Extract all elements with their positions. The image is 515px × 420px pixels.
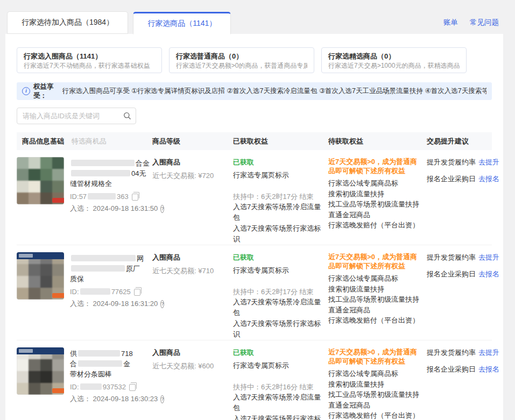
turnover-7d: 近七天交易额: ¥600 <box>152 361 227 371</box>
card-title: 行家选普通商品（0） <box>176 52 307 61</box>
pending-benefit-item: 行家选公域专属商品标 <box>328 368 420 379</box>
expert-select-product-page: 行家选待加入商品（1984） 行家选商品（1141） 账单 常见问题 行家选入围… <box>0 0 515 420</box>
search-input[interactable] <box>17 108 136 124</box>
title-line: 合金 <box>70 158 146 168</box>
pending-headline: 近7天交易额>0，成为普通商品即可解锁下述所有权益 <box>328 252 420 270</box>
suggestion-action-link[interactable]: 去提升 <box>478 158 499 166</box>
pending-benefit-item: 找工业品等场景初级流量扶持 <box>328 389 420 400</box>
notice-text: 行家选入围商品可享受 ①行家选专属详情页标识及店招 ②首次入选7天搜索冷启流量包… <box>62 87 486 96</box>
visible-text: 供 <box>70 350 77 358</box>
search-icon[interactable] <box>123 112 131 122</box>
copy-icon[interactable] <box>134 289 140 296</box>
pending-benefit-item: 找工业品等场景初级流量扶持 <box>328 199 420 210</box>
visible-text: 合 <box>70 360 77 368</box>
suggestion-label: 提升发货履约率 <box>427 348 476 357</box>
redacted-text <box>71 160 135 166</box>
gained-benefit: 行家选专属页标示 <box>233 170 322 181</box>
blurred-photo <box>17 347 64 395</box>
col-header-pending: 待获取权益 <box>328 137 427 146</box>
title-line: 04无 <box>70 168 146 179</box>
table-body: 合金04无缝管材规格全 ID: 57363 入选： 2024-09-18 16:… <box>17 150 492 420</box>
product-title[interactable]: 网原厂质保 <box>70 253 146 284</box>
copy-icon[interactable] <box>129 384 136 391</box>
pending-benefit-item: 行家选公域专属商品标 <box>328 273 420 284</box>
billing-link[interactable]: 账单 <box>443 18 458 27</box>
visible-text: 04无 <box>131 169 146 177</box>
visible-text: 363 <box>117 193 129 201</box>
suggestion-action-link[interactable]: 去提升 <box>478 253 499 261</box>
suggestion-label: 报名企业采购日 <box>427 365 476 373</box>
card-shortlisted[interactable]: 行家选入围商品（1141） 行家选近7天不动销商品，获行家选基础权益 <box>17 47 162 73</box>
visible-text: 网 <box>137 254 144 262</box>
suggestion-line: 提升发货履约率去提升 <box>427 157 499 167</box>
redacted-text <box>80 383 102 390</box>
visible-text: 77625 <box>111 288 131 296</box>
suggestion-action-link[interactable]: 去报名 <box>478 175 499 183</box>
pending-benefit-item: 直通金冠商品 <box>328 210 420 220</box>
visible-text: 原厂 <box>126 265 140 273</box>
redacted-text <box>71 170 130 176</box>
pending-benefit-item: 行家选晚发赔付（平台出资） <box>328 315 420 326</box>
suggestion-line: 提升发货履约率去提升 <box>427 347 499 358</box>
visible-text: 质保 <box>70 275 84 283</box>
suggestion-line: 报名企业采购日去报名 <box>427 269 499 279</box>
suggestion-action-link[interactable]: 去提升 <box>478 348 499 357</box>
selected-time: 入选： 2024-09-18 16:31:20 ? <box>70 299 146 309</box>
visible-text: 金 <box>123 360 130 368</box>
card-premium[interactable]: 行家选精选商品（0） 行家选近7天交易>1000元的商品，获精选商品专属权益 <box>321 47 467 73</box>
title-line: 质保 <box>70 274 146 284</box>
faq-link[interactable]: 常见问题 <box>470 18 499 27</box>
pending-benefit-item: 直通金冠商品 <box>328 305 420 316</box>
suggestion-action-link[interactable]: 去报名 <box>478 270 499 278</box>
tab-bar: 行家选待加入商品（1984） 行家选商品（1141） 账单 常见问题 <box>0 0 515 34</box>
support-countdown: 扶持中：6天2时17分 结束 <box>233 191 322 202</box>
info-icon: i <box>22 87 30 95</box>
title-line: 带材分条圆棒 <box>70 369 146 379</box>
benefits-notice-bar: i 权益享受： 行家选入围商品可享受 ①行家选专属详情页标识及店招 ②首次入选7… <box>17 82 492 100</box>
suggestion-line: 报名企业采购日去报名 <box>427 364 499 374</box>
subtab-special-opportunity[interactable]: 特选商机品 <box>72 137 107 145</box>
suggestion-action-link[interactable]: 去报名 <box>478 365 499 373</box>
redacted-text <box>71 265 125 272</box>
card-desc: 行家选近7天交易额>0的商品，获普通商品专属权益 <box>176 61 307 70</box>
pending-benefit-item: 直通金冠商品 <box>328 400 420 411</box>
tab-pending-products[interactable]: 行家选待加入商品（1984） <box>7 11 128 34</box>
subtab-product-info[interactable]: 商品信息基础 <box>22 137 64 145</box>
product-title[interactable]: 合金04无缝管材规格全 <box>70 158 146 189</box>
blurred-photo <box>17 252 64 300</box>
product-image[interactable] <box>17 252 64 300</box>
copy-icon[interactable] <box>132 194 138 201</box>
notice-prefix: 权益享受： <box>33 82 61 101</box>
visible-text: 合金 <box>136 159 150 167</box>
image-corner-tag <box>52 388 64 393</box>
product-id: ID: 77625 <box>70 287 146 297</box>
product-level: 入围商品 <box>152 252 227 263</box>
gained-benefit-item: 入选7天搜索等场景冷启流量包 <box>233 202 322 223</box>
tier-cards: 行家选入围商品（1141） 行家选近7天不动销商品，获行家选基础权益 行家选普通… <box>17 47 492 73</box>
pending-benefit-item: 行家选晚发赔付（平台出资） <box>328 410 420 420</box>
visible-text: 718 <box>121 350 133 358</box>
product-title[interactable]: 供718合金带材分条圆棒 <box>70 348 146 379</box>
card-normal[interactable]: 行家选普通商品（0） 行家选近7天交易额>0的商品，获普通商品专属权益 <box>169 47 314 73</box>
products-table: 商品信息基础 特选商机品 商品等级 已获取权益 待获取权益 交易提升建议 合金0… <box>17 132 492 420</box>
card-desc: 行家选近7天交易>1000元的商品，获精选商品专属权益 <box>328 61 460 70</box>
gained-benefit: 行家选专属页标示 <box>233 265 322 276</box>
title-line: 原厂 <box>70 264 146 274</box>
title-line: 供718 <box>70 348 146 359</box>
title-line: 网 <box>70 253 146 264</box>
table-row: 网原厂质保 ID: 77625 入选： 2024-09-18 16:31:20 … <box>17 245 492 340</box>
redacted-text <box>80 288 110 295</box>
suggestion-label: 报名企业采购日 <box>427 175 476 183</box>
gained-status: 已获取 <box>233 157 322 168</box>
card-title: 行家选入围商品（1141） <box>24 52 155 61</box>
tab-selected-products[interactable]: 行家选商品（1141） <box>133 12 231 34</box>
image-banner <box>17 252 64 259</box>
visible-text: 带材分条圆棒 <box>70 370 112 378</box>
gained-status: 已获取 <box>233 347 322 358</box>
support-countdown: 扶持中：6天2时17分 结束 <box>233 287 322 297</box>
pending-benefit-item: 搜索初级流量扶持 <box>328 379 420 390</box>
image-banner <box>17 347 64 354</box>
product-image[interactable] <box>17 347 64 395</box>
support-countdown: 扶持中：6天2时16分 结束 <box>233 382 322 392</box>
product-image[interactable] <box>17 157 64 204</box>
